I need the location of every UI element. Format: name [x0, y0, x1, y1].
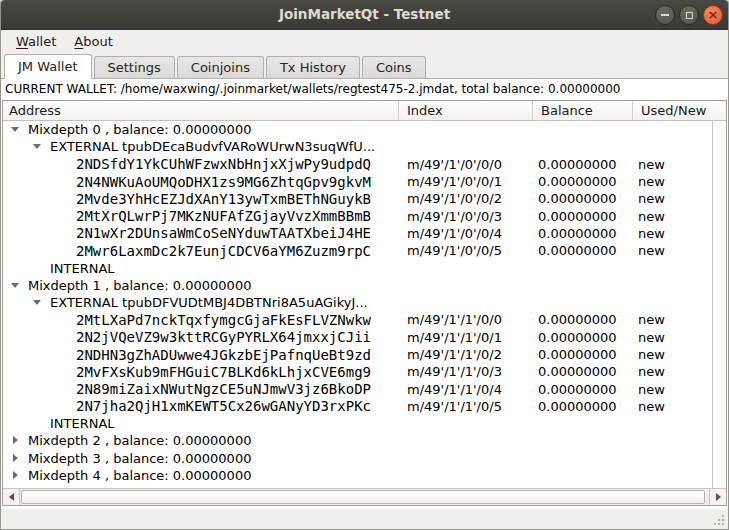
tree-row[interactable]: INTERNAL	[3, 415, 726, 432]
cell-address: 2N2jVQeVZ9w3kttRCGyPYRLX64jmxxjCJii	[3, 329, 399, 345]
address-text: 2N1wXr2DUnsaWmCoSeNYduwTAATXbeiJ4HE	[76, 225, 371, 241]
chevron-down-icon[interactable]	[11, 281, 20, 290]
tree-row[interactable]: 2N4NWKuAoUMQoDHX1zs9MG6ZhtqGpv9gkvMm/49'…	[3, 173, 726, 190]
tab-jm-wallet[interactable]: JM Wallet	[4, 54, 92, 79]
tab-coinjoins[interactable]: Coinjoins	[177, 56, 264, 78]
cell-address: 2MtLXaPd7nckTqxfymgcGjaFkEsFLVZNwkw	[3, 312, 399, 328]
tree-row[interactable]: 2MtXrQLwrPj7MKzNUFAfZGjayVvzXmmBBmBm/49'…	[3, 207, 726, 224]
current-wallet-label: CURRENT WALLET: /home/waxwing/.joinmarke…	[1, 79, 728, 100]
cell-address: 2Mwr6LaxmDc2k7EunjCDCV6aYM6Zuzm9rpC	[3, 243, 399, 259]
tree-row[interactable]: Mixdepth 0 , balance: 0.00000000	[3, 121, 726, 138]
cell-address: 2NDHN3gZhADUwwe4JGkzbEjPafnqUeBt9zd	[3, 347, 399, 363]
scrollbar-track[interactable]	[20, 489, 709, 505]
close-icon: ×	[708, 8, 719, 21]
tree-row[interactable]: Mixdepth 2 , balance: 0.00000000	[3, 432, 726, 449]
tree-row[interactable]: Mixdepth 1 , balance: 0.00000000	[3, 277, 726, 294]
menu-item-label: allet	[28, 34, 56, 49]
address-text: Mixdepth 3 , balance: 0.00000000	[28, 451, 251, 466]
tab-coins[interactable]: Coins	[362, 56, 426, 78]
menu-accel: A	[74, 34, 83, 49]
menu-item-about[interactable]: About	[65, 32, 121, 51]
address-text: 2MtLXaPd7nckTqxfymgcGjaFkEsFLVZNwkw	[76, 312, 371, 328]
chevron-down-icon[interactable]	[11, 125, 20, 134]
tree-row[interactable]: 2NDHN3gZhADUwwe4JGkzbEjPafnqUeBt9zdm/49'…	[3, 346, 726, 363]
cell-address: 2N7jha2QjH1xmKEWT5Cx26wGANyYD3rxPKc	[3, 398, 399, 414]
address-text: INTERNAL	[50, 416, 115, 431]
address-text: 2NDSfdY1YkCUhWFzwxNbHnjxXjwPy9udpdQ	[76, 156, 371, 172]
tree-body: Mixdepth 0 , balance: 0.00000000EXTERNAL…	[3, 121, 726, 488]
address-text: 2Mwr6LaxmDc2k7EunjCDCV6aYM6Zuzm9rpC	[76, 243, 371, 259]
tree-header: AddressIndexBalanceUsed/New	[3, 101, 726, 121]
cell-index: m/49'/1'/0'/0/2	[399, 191, 533, 206]
tree-row[interactable]: 2NDSfdY1YkCUhWFzwxNbHnjxXjwPy9udpdQm/49'…	[3, 156, 726, 173]
tree-row[interactable]: 2N7jha2QjH1xmKEWT5Cx26wGANyYD3rxPKcm/49'…	[3, 398, 726, 415]
cell-balance: 0.00000000	[533, 209, 633, 224]
titlebar[interactable]: JoinMarketQt - Testnet ×	[1, 0, 728, 30]
cell-address: Mixdepth 4 , balance: 0.00000000	[3, 468, 399, 483]
cell-address: 2N89miZaixNWutNgzCE5uNJmwV3jz6BkoDP	[3, 381, 399, 397]
cell-index: m/49'/1'/0'/0/1	[399, 174, 533, 189]
tree-row[interactable]: EXTERNAL tpubDEcaBudvfVARoWUrwN3suqWfU..…	[3, 138, 726, 155]
vertical-scrollbar[interactable]	[712, 121, 726, 488]
cell-address: Mixdepth 3 , balance: 0.00000000	[3, 451, 399, 466]
cell-address: 2NDSfdY1YkCUhWFzwxNbHnjxXjwPy9udpdQ	[3, 156, 399, 172]
address-text: Mixdepth 0 , balance: 0.00000000	[28, 122, 251, 137]
cell-address: 2Mvde3YhHcEZJdXAnY13ywTxmBEThNGuykB	[3, 191, 399, 207]
cell-balance: 0.00000000	[533, 330, 633, 345]
menubar: WalletAbout	[1, 30, 728, 53]
cell-address: INTERNAL	[3, 261, 399, 276]
column-header-used-new[interactable]: Used/New	[633, 101, 726, 120]
tree-row[interactable]: 2MvFXsKub9mFHGuiC7BLKd6kLhjxCVE6mg9m/49'…	[3, 363, 726, 380]
cell-index: m/49'/1'/1'/0/5	[399, 399, 533, 414]
tree-row[interactable]: INTERNAL	[3, 259, 726, 276]
scrollbar-thumb[interactable]	[21, 490, 705, 504]
address-text: Mixdepth 4 , balance: 0.00000000	[28, 468, 251, 483]
cell-balance: 0.00000000	[533, 382, 633, 397]
resize-grip[interactable]	[712, 513, 724, 525]
wallet-address-tree[interactable]: AddressIndexBalanceUsed/New Mixdepth 0 ,…	[2, 100, 727, 506]
tab-settings[interactable]: Settings	[94, 56, 175, 78]
menu-accel: W	[16, 34, 28, 49]
column-header-balance[interactable]: Balance	[533, 101, 633, 120]
chevron-right-icon[interactable]	[11, 471, 20, 480]
tab-bar: JM WalletSettingsCoinjoinsTx HistoryCoin…	[1, 53, 728, 79]
menu-item-wallet[interactable]: Wallet	[7, 32, 65, 51]
cell-address: Mixdepth 1 , balance: 0.00000000	[3, 278, 399, 293]
address-text: 2N89miZaixNWutNgzCE5uNJmwV3jz6BkoDP	[76, 381, 371, 397]
scroll-right-button[interactable]	[709, 489, 726, 505]
chevron-right-icon[interactable]	[11, 436, 20, 445]
statusbar	[1, 509, 728, 529]
tree-row[interactable]: 2N89miZaixNWutNgzCE5uNJmwV3jz6BkoDPm/49'…	[3, 380, 726, 397]
cell-index: m/49'/1'/0'/0/5	[399, 243, 533, 258]
arrow-left-icon	[9, 493, 14, 501]
cell-address: 2N1wXr2DUnsaWmCoSeNYduwTAATXbeiJ4HE	[3, 225, 399, 241]
tree-row[interactable]: 2Mwr6LaxmDc2k7EunjCDCV6aYM6Zuzm9rpCm/49'…	[3, 242, 726, 259]
cell-index: m/49'/1'/1'/0/4	[399, 382, 533, 397]
tree-row[interactable]: EXTERNAL tpubDFVUDtMBJ4DBTNri8A5uAGikyJ.…	[3, 294, 726, 311]
tree-row[interactable]: 2N1wXr2DUnsaWmCoSeNYduwTAATXbeiJ4HEm/49'…	[3, 225, 726, 242]
column-header-address[interactable]: Address	[3, 101, 399, 120]
tree-row[interactable]: Mixdepth 4 , balance: 0.00000000	[3, 467, 726, 484]
tree-row[interactable]: 2N2jVQeVZ9w3kttRCGyPYRLX64jmxxjCJiim/49'…	[3, 329, 726, 346]
maximize-button[interactable]	[679, 5, 699, 25]
chevron-down-icon[interactable]	[33, 298, 42, 307]
chevron-right-icon[interactable]	[11, 454, 20, 463]
tree-row[interactable]: Mixdepth 3 , balance: 0.00000000	[3, 450, 726, 467]
horizontal-scrollbar[interactable]	[3, 488, 726, 505]
tree-row[interactable]: 2MtLXaPd7nckTqxfymgcGjaFkEsFLVZNwkwm/49'…	[3, 311, 726, 328]
cell-balance: 0.00000000	[533, 347, 633, 362]
scroll-left-button[interactable]	[3, 489, 20, 505]
cell-address: INTERNAL	[3, 416, 399, 431]
column-header-index[interactable]: Index	[399, 101, 533, 120]
minimize-button[interactable]	[655, 5, 675, 25]
address-text: 2MtXrQLwrPj7MKzNUFAfZGjayVvzXmmBBmB	[76, 208, 371, 224]
cell-index: m/49'/1'/1'/0/2	[399, 347, 533, 362]
close-button[interactable]: ×	[703, 5, 723, 25]
chevron-down-icon[interactable]	[33, 142, 42, 151]
cell-balance: 0.00000000	[533, 157, 633, 172]
tree-row[interactable]: 2Mvde3YhHcEZJdXAnY13ywTxmBEThNGuykBm/49'…	[3, 190, 726, 207]
address-text: INTERNAL	[50, 261, 115, 276]
cell-index: m/49'/1'/0'/0/3	[399, 209, 533, 224]
cell-balance: 0.00000000	[533, 174, 633, 189]
tab-tx-history[interactable]: Tx History	[266, 56, 360, 78]
